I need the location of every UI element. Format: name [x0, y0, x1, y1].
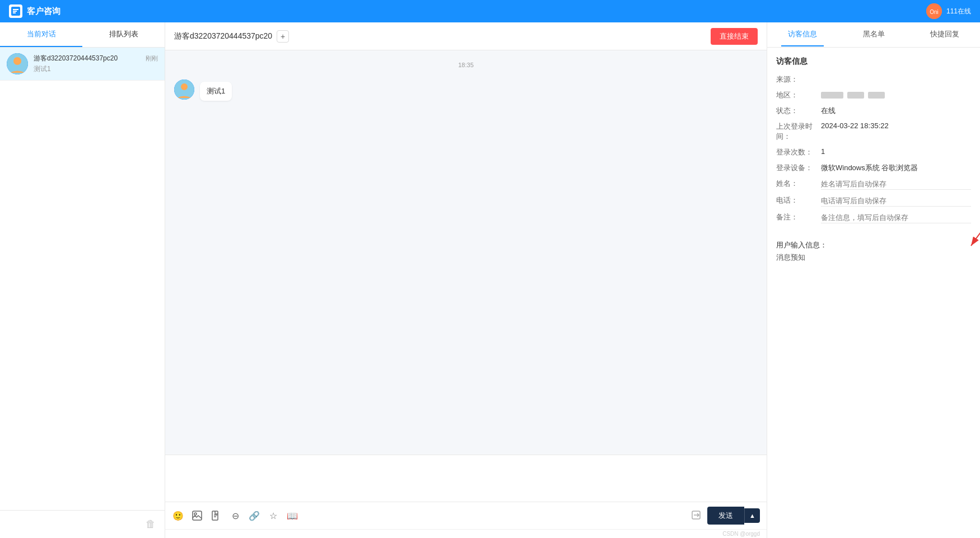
message-row: 测试1: [174, 79, 758, 101]
conv-info: 游客d32203720444537pc20 测试1: [34, 54, 140, 74]
delete-icon[interactable]: 🗑: [146, 518, 156, 530]
time-divider: 18:35: [174, 62, 758, 68]
right-panel-tabs: 访客信息 黑名单 快捷回复: [767, 22, 980, 48]
end-chat-button[interactable]: 直接结束: [711, 28, 758, 45]
region-blur2: [847, 92, 864, 99]
info-row-last-login: 上次登录时间： 2024-03-22 18:35:22: [776, 121, 971, 142]
svg-point-6: [181, 83, 188, 90]
region-blur3: [868, 92, 885, 99]
login-count-value: 1: [821, 147, 971, 156]
user-input-section: 用户输入信息： 消息预知: [776, 240, 971, 263]
device-label: 登录设备：: [776, 163, 821, 173]
svg-rect-7: [193, 511, 202, 520]
main-container: 当前对话 排队列表 游客d32203720444537pc20 测试1: [0, 22, 980, 538]
source-label: 来源：: [776, 74, 821, 85]
topbar-left: 客户咨询: [9, 4, 60, 18]
msg-avatar: [174, 79, 194, 100]
info-row-login-count: 登录次数： 1: [776, 147, 971, 157]
tab-current-conversation[interactable]: 当前对话: [0, 22, 82, 47]
chat-header: 游客d32203720444537pc20 + 直接结束: [165, 22, 767, 50]
info-row-name: 姓名：: [776, 179, 971, 190]
tab-queue[interactable]: 排队列表: [82, 22, 165, 47]
topbar: 客户咨询 Oni 111在线: [0, 0, 980, 22]
msg-bubble-wrap: 测试1: [200, 79, 232, 101]
conversation-list: 游客d32203720444537pc20 测试1 刚刚: [0, 48, 165, 510]
visitor-info-title: 访客信息: [776, 57, 971, 67]
status-label: 状态：: [776, 106, 821, 116]
info-row-phone: 电话：: [776, 195, 971, 207]
user-avatar: Oni: [926, 3, 942, 19]
last-login-value: 2024-03-22 18:35:22: [821, 121, 971, 130]
conv-time: 刚刚: [146, 54, 158, 63]
online-status: 111在线: [946, 7, 971, 16]
left-sidebar: 当前对话 排队列表 游客d32203720444537pc20 测试1: [0, 22, 165, 538]
login-count-label: 登录次数：: [776, 147, 821, 157]
note-input[interactable]: [821, 212, 971, 223]
minus-icon[interactable]: ⊖: [229, 509, 241, 522]
link-icon[interactable]: 🔗: [248, 509, 260, 522]
input-area: 🙂 ⊖ 🔗 ☆: [165, 455, 767, 529]
book-icon[interactable]: 📖: [286, 509, 298, 522]
user-input-value: 消息预知: [776, 252, 971, 263]
star-icon[interactable]: ☆: [267, 509, 279, 522]
msg-bubble: 测试1: [200, 82, 232, 101]
app-title: 客户咨询: [27, 6, 60, 17]
svg-text:Oni: Oni: [930, 9, 939, 15]
conv-last-msg: 测试1: [34, 64, 140, 74]
name-input[interactable]: [821, 179, 971, 190]
chat-header-left: 游客d32203720444537pc20 +: [174, 30, 289, 43]
right-panel-content: 访客信息 来源： 地区： 状态： 在线 上次登录时间： 2024-03-2: [767, 48, 980, 538]
device-value: 微软Windows系统 谷歌浏览器: [821, 163, 971, 173]
region-blur1: [821, 92, 843, 99]
chat-header-title: 游客d32203720444537pc20: [174, 31, 272, 41]
tab-quick-reply[interactable]: 快捷回复: [909, 22, 980, 47]
svg-point-8: [194, 513, 197, 515]
message-input[interactable]: [165, 455, 767, 500]
right-panel: 访客信息 黑名单 快捷回复 访客信息 来源： 地区：: [767, 22, 980, 538]
app-icon: [9, 4, 22, 18]
file-icon[interactable]: [210, 509, 222, 522]
chat-area: 游客d32203720444537pc20 + 直接结束 18:35 测试1: [165, 22, 767, 538]
add-tab-icon[interactable]: +: [277, 30, 289, 43]
region-label: 地区：: [776, 90, 821, 100]
send-button[interactable]: 发送: [707, 507, 744, 525]
conv-name: 游客d32203720444537pc20: [34, 54, 140, 63]
info-row-source: 来源：: [776, 74, 971, 85]
tab-blacklist[interactable]: 黑名单: [838, 22, 909, 47]
svg-point-4: [13, 57, 21, 65]
transfer-icon: [692, 511, 701, 521]
conv-avatar: [7, 53, 28, 74]
emoji-icon[interactable]: 🙂: [172, 509, 184, 522]
sidebar-bottom: 🗑: [0, 510, 165, 538]
send-dropdown-button[interactable]: ▲: [744, 508, 760, 523]
send-section: 发送 ▲: [707, 507, 760, 525]
last-login-label: 上次登录时间：: [776, 121, 821, 142]
phone-label: 电话：: [776, 195, 821, 205]
user-input-label: 用户输入信息：: [776, 240, 971, 250]
status-value: 在线: [821, 106, 971, 116]
topbar-right: Oni 111在线: [926, 3, 971, 19]
info-row-region: 地区：: [776, 90, 971, 100]
name-label: 姓名：: [776, 179, 821, 189]
tab-visitor-info[interactable]: 访客信息: [767, 22, 838, 47]
phone-input[interactable]: [821, 195, 971, 207]
info-row-status: 状态： 在线: [776, 106, 971, 116]
conversation-item[interactable]: 游客d32203720444537pc20 测试1 刚刚: [0, 48, 165, 81]
image-icon[interactable]: [191, 509, 203, 522]
region-value: [821, 90, 971, 99]
messages-container: 18:35 测试1: [165, 50, 767, 455]
sidebar-tabs: 当前对话 排队列表: [0, 22, 165, 48]
note-label: 备注：: [776, 212, 821, 222]
watermark: CSDN @orggd: [722, 531, 760, 537]
input-toolbar: 🙂 ⊖ 🔗 ☆: [165, 502, 767, 529]
info-row-note: 备注：: [776, 212, 971, 223]
info-row-device: 登录设备： 微软Windows系统 谷歌浏览器: [776, 163, 971, 173]
